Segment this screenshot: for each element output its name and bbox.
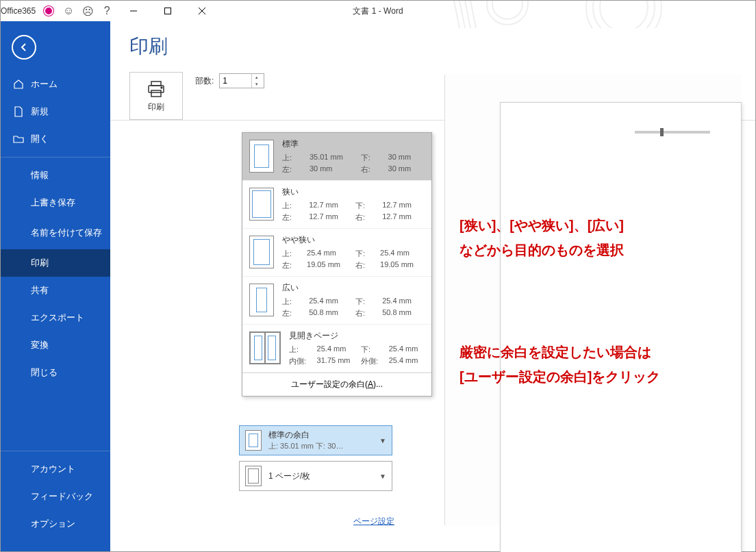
margin-option[interactable]: 広い上:25.4 mm下:25.4 mm左:50.8 mm右:50.8 mm xyxy=(242,277,431,325)
svg-point-16 xyxy=(161,87,162,88)
margin-thumb-icon xyxy=(245,430,262,451)
svg-rect-10 xyxy=(165,8,171,14)
svg-point-5 xyxy=(492,1,522,19)
nav-share[interactable]: 共有 xyxy=(1,277,110,304)
margin-value: 12.7 mm xyxy=(382,201,425,211)
margin-value: 30 mm xyxy=(310,164,357,175)
nav-label: 変換 xyxy=(31,339,49,351)
margin-value: 下: xyxy=(361,344,385,355)
page-title: 印刷 xyxy=(110,21,755,72)
margin-value: 右: xyxy=(355,308,378,318)
nav-label: 閉じる xyxy=(31,366,58,379)
margin-value: 25.4 mm xyxy=(307,249,351,259)
nav-label: 上書き保存 xyxy=(31,197,75,209)
custom-margins[interactable]: ユーザー設定の余白(A)... xyxy=(242,373,431,396)
titlebar: 文書 1 - Word Office365 ☺ ☹ ? xyxy=(1,1,755,21)
nav-label: 印刷 xyxy=(31,257,49,269)
print-button[interactable]: 印刷 xyxy=(129,72,183,120)
close-button[interactable] xyxy=(188,1,216,21)
spinner-down-icon[interactable]: ▼ xyxy=(251,81,261,88)
margin-value: 25.4 mm xyxy=(380,249,425,259)
nav-divider xyxy=(1,451,110,451)
zoom-slider[interactable] xyxy=(635,131,710,134)
margin-thumb-icon xyxy=(249,331,281,364)
margin-value: 上: xyxy=(282,249,303,259)
copies-input[interactable]: ▲ ▼ xyxy=(219,73,264,88)
margin-selector[interactable]: 標準の余白 上: 35.01 mm 下: 30… ▼ xyxy=(239,425,392,455)
margin-value: 外側: xyxy=(361,356,385,366)
pages-thumb-icon xyxy=(245,466,262,486)
nav-new[interactable]: 新規 xyxy=(1,98,110,125)
nav-label: 情報 xyxy=(31,169,49,181)
margin-value: 31.75 mm xyxy=(317,356,357,366)
margin-value: 25.4 mm xyxy=(317,344,357,355)
margin-value: 25.4 mm xyxy=(309,297,351,307)
margin-value: 25.4 mm xyxy=(382,297,425,307)
nav-info[interactable]: 情報 xyxy=(1,162,110,189)
margin-value: 上: xyxy=(282,297,305,307)
margin-option[interactable]: やや狭い上:25.4 mm下:25.4 mm左:19.05 mm右:19.05 … xyxy=(242,229,431,277)
accent-dot-icon xyxy=(44,6,53,16)
margin-name: やや狭い xyxy=(282,234,425,246)
nav-account[interactable]: アカウント xyxy=(1,455,110,483)
spinner-up-icon[interactable]: ▲ xyxy=(251,74,261,81)
margin-selector-title: 標準の余白 xyxy=(268,429,373,441)
nav-label: 新規 xyxy=(31,105,49,118)
nav-save-as[interactable]: 名前を付けて保存 xyxy=(1,216,110,249)
margins-dropdown: 標準上:35.01 mm下:30 mm左:30 mm右:30 mm狭い上:12.… xyxy=(242,132,432,397)
margin-thumb-icon xyxy=(249,284,274,316)
pages-per-sheet-selector[interactable]: 1 ページ/枚 ▼ xyxy=(239,461,392,491)
nav-home[interactable]: ホーム xyxy=(1,71,110,98)
nav-close[interactable]: 閉じる xyxy=(1,359,110,386)
chevron-down-icon: ▼ xyxy=(379,473,386,480)
margin-value: 25.4 mm xyxy=(389,344,425,355)
nav-convert[interactable]: 変換 xyxy=(1,331,110,359)
margin-option[interactable]: 標準上:35.01 mm下:30 mm左:30 mm右:30 mm xyxy=(242,133,431,181)
margin-value: 右: xyxy=(355,260,376,271)
sad-face-icon[interactable]: ☹ xyxy=(81,4,94,18)
print-button-label: 印刷 xyxy=(148,101,164,113)
page-setup-link[interactable]: ページ設定 xyxy=(353,516,394,527)
margin-value: 12.7 mm xyxy=(309,201,351,211)
minimize-button[interactable] xyxy=(119,1,148,21)
nav-save[interactable]: 上書き保存 xyxy=(1,189,110,216)
margin-value: 19.05 mm xyxy=(380,260,425,271)
margin-value: 上: xyxy=(282,201,305,211)
margin-option[interactable]: 見開きページ上:25.4 mm下:25.4 mm内側:31.75 mm外側:25… xyxy=(242,325,431,373)
maximize-button[interactable] xyxy=(153,1,182,21)
margin-value: 内側: xyxy=(289,356,313,366)
margin-value: 30 mm xyxy=(388,164,425,175)
nav-label: ホーム xyxy=(31,78,58,90)
margin-value: 25.4 mm xyxy=(389,356,425,366)
margin-value: 上: xyxy=(282,153,305,163)
margin-selector-detail: 上: 35.01 mm 下: 30… xyxy=(268,441,373,451)
nav-options[interactable]: オプション xyxy=(1,510,110,538)
nav-label: オプション xyxy=(31,518,75,530)
margin-value: 左: xyxy=(282,164,305,175)
window-title: 文書 1 - Word xyxy=(353,5,403,17)
margin-value: 左: xyxy=(282,260,303,271)
margin-value: 下: xyxy=(355,249,376,259)
margin-value: 35.01 mm xyxy=(310,153,357,163)
nav-print[interactable]: 印刷 xyxy=(1,249,110,277)
copies-field[interactable] xyxy=(220,76,251,86)
nav-feedback[interactable]: フィードバック xyxy=(1,483,110,510)
preview-page xyxy=(500,102,742,552)
backstage-sidebar: ホーム 新規 開く 情報 上書き保存 名前を付けて保存 印刷 共有 エクスポート… xyxy=(1,21,110,551)
happy-face-icon[interactable]: ☺ xyxy=(62,4,75,18)
margin-option[interactable]: 狭い上:12.7 mm下:12.7 mm左:12.7 mm右:12.7 mm xyxy=(242,181,431,229)
margin-name: 広い xyxy=(282,282,425,294)
margin-value: 右: xyxy=(355,212,378,223)
help-icon[interactable]: ? xyxy=(100,4,114,18)
nav-export[interactable]: エクスポート xyxy=(1,304,110,331)
nav-open[interactable]: 開く xyxy=(1,125,110,153)
margin-value: 上: xyxy=(289,344,313,355)
margin-name: 標準 xyxy=(282,138,425,150)
nav-label: 名前を付けて保存 xyxy=(31,227,102,239)
back-button[interactable] xyxy=(12,35,36,60)
nav-divider xyxy=(1,157,110,158)
margin-thumb-icon xyxy=(249,188,274,221)
svg-rect-15 xyxy=(151,90,161,97)
margin-thumb-icon xyxy=(249,140,274,173)
office-label: Office365 xyxy=(1,6,36,16)
